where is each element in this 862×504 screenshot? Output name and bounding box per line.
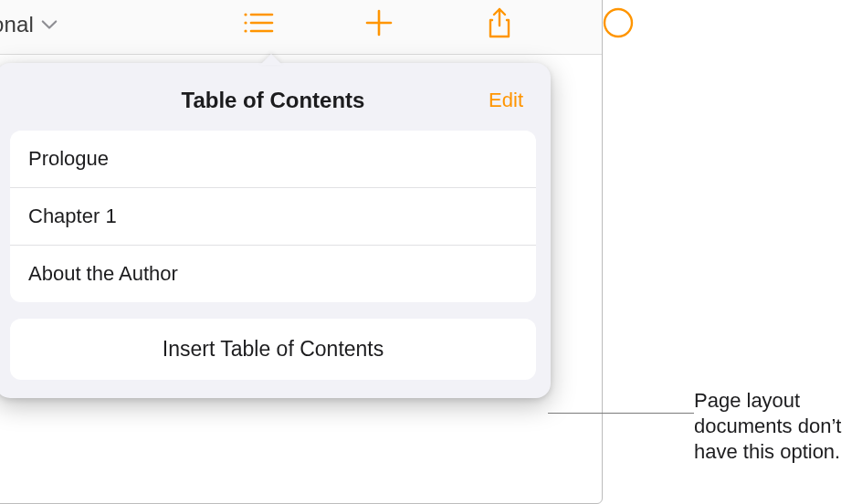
add-button[interactable]	[361, 8, 397, 41]
toc-item[interactable]: Chapter 1	[10, 188, 536, 246]
toc-button[interactable]	[240, 8, 277, 41]
chevron-down-icon	[41, 18, 58, 31]
svg-point-0	[244, 13, 247, 16]
share-button[interactable]	[481, 8, 518, 41]
toolbar: ssional	[0, 0, 602, 55]
popover-title: Table of Contents	[182, 88, 365, 113]
toc-list: Prologue Chapter 1 About the Author	[10, 131, 536, 302]
collaborate-button[interactable]	[600, 8, 636, 41]
collab-icon	[603, 7, 634, 42]
share-icon	[487, 7, 512, 42]
edit-button[interactable]: Edit	[489, 89, 523, 112]
toolbar-icons	[240, 8, 636, 41]
toc-popover: Table of Contents Edit Prologue Chapter …	[0, 63, 551, 398]
document-title-dropdown[interactable]: ssional	[0, 12, 58, 37]
insert-toc-button[interactable]: Insert Table of Contents	[10, 319, 536, 380]
callout-text: Page layout documents don’t have this op…	[694, 388, 858, 465]
svg-point-9	[604, 9, 632, 37]
insert-toc-card: Insert Table of Contents	[10, 319, 536, 380]
toc-item[interactable]: Prologue	[10, 131, 536, 188]
list-icon	[243, 11, 274, 38]
popover-header: Table of Contents Edit	[10, 81, 536, 120]
svg-point-2	[244, 21, 247, 24]
toc-item[interactable]: About the Author	[10, 246, 536, 302]
callout-leader-line	[548, 413, 694, 414]
svg-point-4	[244, 29, 247, 32]
document-title-fragment: ssional	[0, 12, 34, 37]
app-window: ssional	[0, 0, 603, 504]
plus-icon	[365, 9, 393, 40]
